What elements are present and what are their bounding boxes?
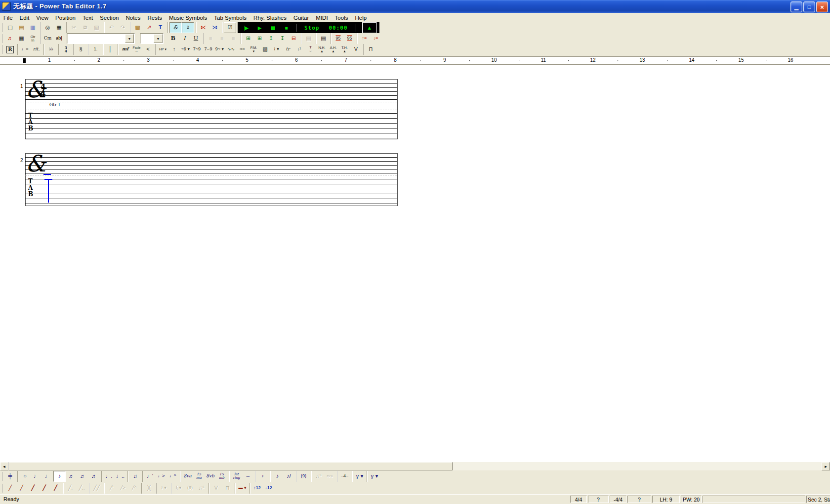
dotted-note-icon[interactable]: ♩. bbox=[103, 471, 115, 482]
add-rest-icon[interactable]: γ ▾ bbox=[369, 471, 380, 482]
dotted-slash-icon[interactable]: ╱. bbox=[65, 483, 76, 494]
slide-out-icon[interactable]: 9~ ▾ bbox=[214, 44, 225, 55]
tremolo-slash-icon[interactable]: ξ ▾ bbox=[173, 483, 184, 494]
bold-icon[interactable]: B bbox=[167, 33, 179, 44]
menu-rhy-slashes[interactable]: Rhy. Slashes bbox=[250, 14, 290, 21]
tap-icon[interactable]: T ⌣ bbox=[305, 44, 316, 55]
octave-8vb-icon[interactable]: 8vb bbox=[205, 471, 216, 482]
triplet-slash-icon[interactable]: ♫³ bbox=[196, 483, 207, 494]
ending-icon[interactable]: 1. bbox=[90, 44, 101, 55]
shift-tab-up-icon[interactable]: ↑12 bbox=[251, 483, 263, 494]
palm-mute-icon[interactable]: P.M. ▾ bbox=[248, 44, 259, 55]
score-checker-icon[interactable]: ☑ bbox=[224, 22, 236, 33]
musical-direction-icon[interactable]: § bbox=[75, 44, 86, 55]
add-staff-icon[interactable]: ⊞ bbox=[254, 33, 265, 44]
save-icon[interactable]: ▥ bbox=[27, 22, 39, 33]
staff-properties-icon[interactable]: ▤ bbox=[303, 33, 314, 44]
redo-icon[interactable]: ↷ bbox=[117, 22, 128, 33]
time-signature-icon[interactable]: 3 4 bbox=[60, 44, 72, 55]
ghost-note-icon[interactable]: (9) bbox=[298, 471, 309, 482]
crescendo-icon[interactable]: < bbox=[142, 44, 154, 55]
tablature-staff[interactable] bbox=[25, 179, 397, 204]
toolbar-gripper[interactable] bbox=[1, 484, 4, 493]
slash-quarter-icon[interactable]: ╱ bbox=[27, 483, 39, 494]
tie-icon[interactable]: ⌢ bbox=[242, 471, 253, 482]
arpeggio-icon[interactable]: ≀ ▾ bbox=[271, 44, 282, 55]
standard-staff[interactable] bbox=[25, 84, 397, 100]
octave-15mb-icon[interactable]: 15 mb bbox=[216, 471, 227, 482]
text-tool-icon[interactable]: ab| bbox=[53, 33, 65, 44]
toolbar-gripper[interactable] bbox=[1, 34, 4, 43]
tab-view-icon[interactable]: 2 bbox=[182, 22, 194, 33]
single-note-icon[interactable]: ▬ ▾ bbox=[237, 483, 248, 494]
staccato-slash-icon[interactable]: ╱' bbox=[106, 483, 117, 494]
key-signature-icon[interactable]: ♭♭ bbox=[45, 44, 57, 55]
slash-sixteenth-icon[interactable]: ╱ bbox=[50, 483, 61, 494]
rehearsal-sign-icon[interactable]: R bbox=[6, 46, 14, 53]
vibrato-bar-slash-icon[interactable]: V bbox=[210, 483, 222, 494]
trill-icon[interactable]: tr bbox=[282, 44, 293, 55]
add-instrument-icon[interactable]: ⊞ bbox=[243, 33, 254, 44]
chevron-down-icon[interactable]: ▼ bbox=[125, 34, 134, 43]
menu-guitar[interactable]: Guitar bbox=[290, 14, 312, 21]
text-items-icon[interactable]: T bbox=[155, 22, 166, 33]
chevron-down-icon[interactable]: ▼ bbox=[154, 34, 163, 43]
position-width-icon[interactable]: 95 bbox=[332, 33, 344, 44]
accent-icon[interactable]: ♩> bbox=[156, 471, 167, 482]
insert-staff-above-icon[interactable]: ↥ bbox=[265, 33, 277, 44]
chord-dictionary-icon[interactable]: ⋊ bbox=[209, 22, 220, 33]
wide-vibrato-icon[interactable]: ≈≈ bbox=[237, 44, 248, 55]
slide-legato-icon[interactable]: 7~9 bbox=[191, 44, 203, 55]
menu-tab-symbols[interactable]: Tab Symbols bbox=[210, 14, 250, 21]
tapped-note-icon[interactable]: ↓¹ bbox=[293, 44, 305, 55]
shift-tab-down-icon[interactable]: ↓12 bbox=[263, 483, 274, 494]
guitar-score-view-icon[interactable]: & bbox=[169, 22, 182, 33]
print-icon[interactable]: ▦ bbox=[53, 22, 65, 33]
menu-music-symbols[interactable]: Music Symbols bbox=[166, 14, 210, 21]
tablature-staff[interactable] bbox=[25, 113, 397, 138]
muted-slash-icon[interactable]: ╳ bbox=[143, 483, 155, 494]
export-icon[interactable]: ↗ bbox=[143, 22, 155, 33]
rest-duration-icon[interactable]: γ ▾ bbox=[354, 471, 365, 482]
close-button[interactable]: × bbox=[816, 1, 828, 12]
toolbar-gripper[interactable] bbox=[1, 23, 4, 32]
mixer-icon[interactable]: ▩ bbox=[132, 22, 143, 33]
ruler-position-marker[interactable] bbox=[23, 58, 26, 63]
natural-harmonic-icon[interactable]: N.H. ▲ bbox=[316, 44, 328, 55]
metronome-toggle[interactable]: ▲ bbox=[362, 22, 377, 34]
menu-midi[interactable]: MIDI bbox=[312, 14, 331, 21]
insert-staff-below-icon[interactable]: ↧ bbox=[277, 33, 288, 44]
tuning-icon[interactable]: ▦ bbox=[16, 33, 27, 44]
minimize-button[interactable]: ▁ bbox=[790, 1, 802, 12]
octave-8va-icon[interactable]: 8va bbox=[182, 471, 193, 482]
scroll-right-button[interactable]: ▸ bbox=[822, 462, 830, 470]
menu-file[interactable]: File bbox=[0, 14, 16, 21]
menu-text[interactable]: Text bbox=[79, 14, 96, 21]
pause-button[interactable]: ▮▮ bbox=[267, 23, 279, 32]
print-preview-icon[interactable]: ◎ bbox=[42, 22, 53, 33]
cut-icon[interactable]: ✂ bbox=[68, 22, 80, 33]
octave-15ma-icon[interactable]: 15 ma bbox=[193, 471, 205, 482]
copy-icon[interactable]: ⧉ bbox=[80, 22, 91, 33]
eighth-note-icon[interactable]: ♪ bbox=[53, 471, 66, 482]
menu-edit[interactable]: Edit bbox=[16, 14, 33, 21]
slash-half-icon[interactable]: ╱ bbox=[16, 483, 27, 494]
alteration-of-pace-icon[interactable]: rit. bbox=[31, 44, 42, 55]
arpeggio-slash-icon[interactable]: ≀ ▾ bbox=[158, 483, 169, 494]
scroll-left-button[interactable]: ◂ bbox=[0, 462, 8, 470]
menu-tools[interactable]: Tools bbox=[332, 14, 352, 21]
paste-icon[interactable]: ▧ bbox=[91, 22, 102, 33]
barline-icon[interactable]: │ bbox=[105, 44, 116, 55]
thirtysecond-note-icon[interactable]: ♬ bbox=[77, 471, 88, 482]
underline-icon[interactable]: U bbox=[190, 33, 202, 44]
font-combo[interactable]: ▼ bbox=[67, 33, 135, 44]
menu-view[interactable]: View bbox=[33, 14, 52, 21]
standard-staff[interactable] bbox=[25, 157, 397, 173]
menu-help[interactable]: Help bbox=[351, 14, 370, 21]
triplet-icon[interactable]: ♫³ bbox=[313, 471, 324, 482]
font-size-combo[interactable]: ▼ bbox=[140, 33, 164, 44]
accent-slash-icon[interactable]: ╱> bbox=[117, 483, 128, 494]
score-document[interactable]: 1 & 4 4 Gtr I T A B 2 & T A B bbox=[0, 65, 830, 462]
multibar-rest-insert-icon[interactable]: –4– bbox=[339, 471, 350, 482]
sextuplet-slash-icon[interactable]: (6) bbox=[184, 483, 196, 494]
